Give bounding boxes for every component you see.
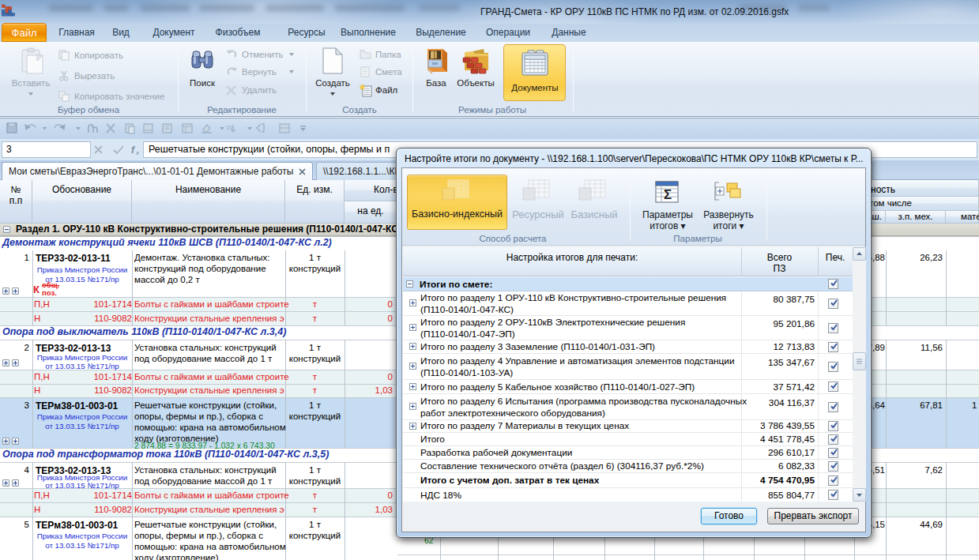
svg-text:10: 10 — [226, 125, 232, 130]
svg-text:x: x — [135, 149, 140, 156]
svg-text:Σ: Σ — [664, 187, 672, 202]
svg-text:f: f — [131, 145, 135, 156]
